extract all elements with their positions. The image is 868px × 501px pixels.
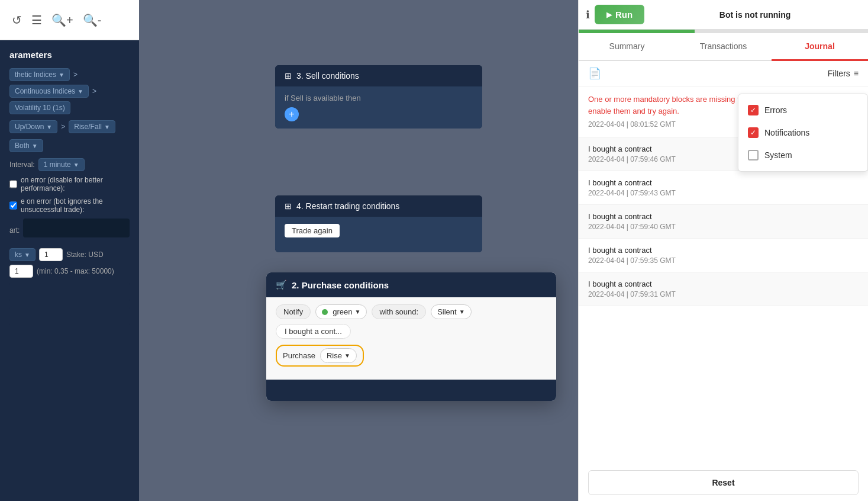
arrow-2: > <box>92 87 96 95</box>
filter-icon: ≡ <box>854 69 859 78</box>
filter-dropdown: ✓ Errors ✓ Notifications System <box>738 94 868 172</box>
stake-count-input[interactable] <box>39 248 63 261</box>
arrow-3: > <box>61 123 65 131</box>
tab-summary[interactable]: Summary <box>579 33 675 61</box>
filters-button[interactable]: Filters ≡ <box>828 69 859 78</box>
workspace: ↺ ☰ 🔍+ 🔍- arameters thetic Indices ▼ > C… <box>0 0 580 501</box>
info-icon[interactable]: ℹ <box>586 8 590 21</box>
entry-time-5: 2022-04-04 | 07:59:31 GMT <box>588 290 859 298</box>
zoom-out-icon[interactable]: 🔍- <box>83 13 102 27</box>
notification-button[interactable]: I bought a cont... <box>276 324 351 339</box>
sell-block-title: 3. Sell conditions <box>296 71 359 81</box>
panel-title: arameters <box>9 50 130 60</box>
right-panel: ℹ ▶ Run Bot is not running Summary Trans… <box>578 0 868 501</box>
menu-icon[interactable]: ☰ <box>31 13 42 27</box>
system-checkbox[interactable] <box>748 150 759 160</box>
bot-status-text: Bot is not running <box>649 10 861 20</box>
volatility-select[interactable]: Volatility 10 (1s) <box>9 101 70 114</box>
purchase-modal-body: Notify green ▼ with sound: Silent ▼ I bo… <box>266 297 556 380</box>
notify-row: Notify green ▼ with sound: Silent ▼ I bo… <box>276 304 547 339</box>
color-select[interactable]: green ▼ <box>315 304 367 319</box>
risefall-select[interactable]: Rise/Fall ▼ <box>69 120 115 133</box>
entry-title-2: I bought a contract <box>588 178 859 187</box>
start-bar <box>23 219 130 237</box>
start-row: art: <box>9 219 130 242</box>
purchase-icon: 🛒 <box>276 280 287 290</box>
direction-select[interactable]: Rise ▼ <box>320 348 357 363</box>
sell-icon: ⊞ <box>285 71 292 81</box>
journal-toolbar: 📄 Filters ≡ <box>579 61 868 86</box>
purchase-modal-footer <box>266 380 556 401</box>
purchase-label: Purchase <box>283 351 315 360</box>
sell-add-button[interactable]: + <box>285 107 299 121</box>
left-panel: arameters thetic Indices ▼ > Continuous … <box>0 40 139 501</box>
play-icon: ▶ <box>606 11 612 19</box>
journal-entry: I bought a contract 2022-04-04 | 07:59:3… <box>579 239 868 272</box>
interval-row: Interval: 1 minute ▼ <box>9 158 130 171</box>
journal-entry: I bought a contract 2022-04-04 | 07:59:3… <box>579 272 868 306</box>
error-ignore-checkbox[interactable] <box>9 201 17 210</box>
purchase-row: Purchase Rise ▼ <box>276 345 547 367</box>
continuous-indices-select[interactable]: Continuous Indices ▼ <box>9 85 89 98</box>
journal-entry: I bought a contract 2022-04-04 | 07:59:4… <box>579 171 868 205</box>
notifications-checkbox[interactable]: ✓ <box>748 127 759 138</box>
filter-item-system[interactable]: System <box>738 144 867 166</box>
restart-action-label: Trade again <box>285 224 340 237</box>
filters-label: Filters <box>828 69 850 78</box>
stake-range: (min: 0.35 - max: 50000) <box>37 267 114 275</box>
entry-time-2: 2022-04-04 | 07:59:43 GMT <box>588 189 859 197</box>
progress-bar-fill <box>579 30 695 33</box>
sound-select[interactable]: Silent ▼ <box>431 304 471 319</box>
restart-icon: ⊞ <box>285 201 292 211</box>
both-select[interactable]: Both ▼ <box>9 139 43 152</box>
error-checkbox[interactable] <box>9 180 17 188</box>
interval-select[interactable]: 1 minute ▼ <box>38 158 85 171</box>
interval-label: Interval: <box>9 160 35 169</box>
sell-condition-row: if Sell is available then <box>285 94 473 102</box>
filter-item-errors[interactable]: ✓ Errors <box>738 99 867 121</box>
stake-row: ks ▼ Stake: USD (min: 0.35 - max: 50000) <box>9 248 130 278</box>
zoom-in-icon[interactable]: 🔍+ <box>51 13 73 27</box>
synthetic-indices-select[interactable]: thetic Indices ▼ <box>9 68 70 81</box>
checkbox-row-1: on error (disable for better performance… <box>9 176 130 192</box>
tab-transactions[interactable]: Transactions <box>675 33 772 61</box>
run-button[interactable]: ▶ Run <box>595 5 644 24</box>
sell-conditions-block: ⊞ 3. Sell conditions if Sell is availabl… <box>275 65 482 129</box>
updown-select[interactable]: Up/Down ▼ <box>9 120 57 133</box>
purchase-modal-header: 🛒 2. Purchase conditions <box>266 272 556 297</box>
tab-journal[interactable]: Journal <box>772 33 868 61</box>
journal-entry: I bought a contract 2022-04-04 | 07:59:4… <box>579 205 868 239</box>
restart-block-body: Trade again <box>275 217 482 252</box>
sell-block-body: if Sell is available then + <box>275 86 482 129</box>
stake-type-select[interactable]: ks ▼ <box>9 248 36 261</box>
refresh-icon[interactable]: ↺ <box>12 13 22 27</box>
system-label: System <box>764 150 792 160</box>
notifications-label: Notifications <box>764 128 809 137</box>
breadcrumb-row-2: Up/Down ▼ > Rise/Fall ▼ <box>9 120 130 133</box>
error-ignore-label: e on error (bot ignores the unsuccessful… <box>21 197 130 214</box>
error-checkbox-label: on error (disable for better performance… <box>21 176 130 192</box>
entry-title-4: I bought a contract <box>588 246 859 255</box>
right-top-bar: ℹ ▶ Run Bot is not running <box>579 0 868 30</box>
stake-label: Stake: USD <box>66 250 104 259</box>
filter-item-notifications[interactable]: ✓ Notifications <box>738 121 867 144</box>
reset-button[interactable]: Reset <box>588 470 859 495</box>
entry-time-4: 2022-04-04 | 07:59:35 GMT <box>588 256 859 265</box>
errors-checkbox[interactable]: ✓ <box>748 105 759 115</box>
both-row: Both ▼ <box>9 139 130 152</box>
breadcrumb-row-1: thetic Indices ▼ > Continuous Indices ▼ … <box>9 68 130 114</box>
bottom-bar-2 <box>9 306 130 325</box>
entry-title-5: I bought a contract <box>588 280 859 288</box>
bottom-bar-1 <box>9 282 130 301</box>
export-icon[interactable]: 📄 <box>588 67 601 80</box>
entry-time-3: 2022-04-04 | 07:59:40 GMT <box>588 223 859 231</box>
stake-amount-input[interactable] <box>9 265 33 278</box>
purchase-modal: 🛒 2. Purchase conditions Notify green ▼ … <box>266 272 556 401</box>
start-label: art: <box>9 226 20 235</box>
errors-label: Errors <box>764 105 787 115</box>
restart-block-header: ⊞ 4. Restart trading conditions <box>275 195 482 217</box>
notify-tag: Notify <box>276 304 311 319</box>
tabs: Summary Transactions Journal <box>579 33 868 61</box>
arrow-1: > <box>73 70 78 79</box>
sell-condition-text: if Sell is available then <box>285 94 361 102</box>
